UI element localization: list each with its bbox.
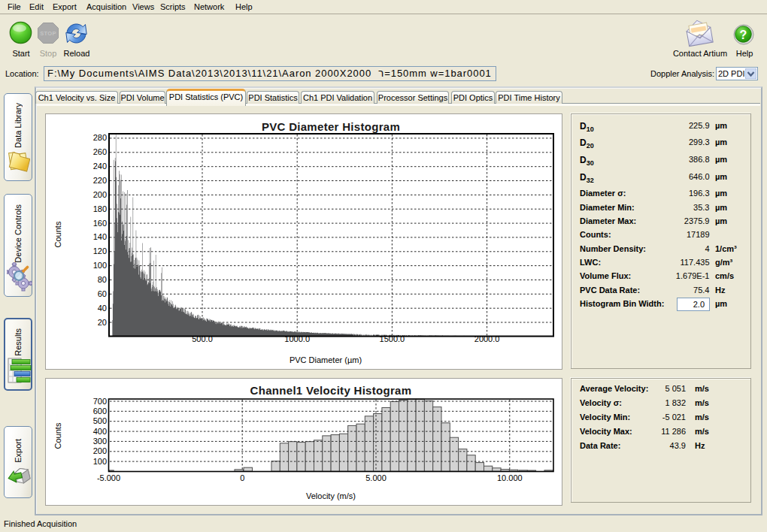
svg-text:Channel1 Velocity Histogram: Channel1 Velocity Histogram (250, 384, 412, 397)
svg-text:20: 20 (98, 318, 107, 327)
svg-text:-5.000: -5.000 (97, 473, 120, 482)
svg-text:60: 60 (98, 289, 107, 298)
svg-text:2000.0: 2000.0 (474, 334, 500, 343)
svg-text:500.0: 500.0 (192, 334, 213, 343)
svg-text:PVC Diameter Histogram: PVC Diameter Histogram (262, 120, 400, 133)
svg-text:200: 200 (93, 446, 107, 455)
svg-text:180: 180 (93, 204, 107, 213)
svg-text:100: 100 (93, 261, 107, 270)
svg-text:280: 280 (93, 133, 107, 142)
svg-text:700: 700 (93, 397, 107, 406)
svg-text:160: 160 (93, 219, 107, 228)
svg-text:400: 400 (93, 427, 107, 436)
svg-text:Counts: Counts (53, 422, 62, 449)
svg-text:Velocity (m/s): Velocity (m/s) (306, 491, 356, 500)
svg-text:0: 0 (240, 473, 244, 482)
svg-text:300: 300 (93, 437, 107, 446)
svg-text:5.000: 5.000 (365, 473, 387, 482)
svg-text:600: 600 (93, 407, 107, 416)
svg-text:1500.0: 1500.0 (380, 334, 405, 343)
svg-text:240: 240 (93, 162, 107, 171)
svg-text:Counts: Counts (53, 221, 62, 247)
svg-text:260: 260 (93, 147, 107, 156)
svg-text:220: 220 (93, 176, 107, 185)
svg-text:80: 80 (98, 275, 107, 284)
svg-text:120: 120 (93, 246, 107, 255)
svg-text:PVC Diameter (µm): PVC Diameter (µm) (290, 355, 362, 364)
svg-text:500: 500 (93, 416, 107, 425)
svg-text:40: 40 (98, 304, 107, 313)
svg-text:140: 140 (93, 232, 107, 241)
svg-text:100: 100 (93, 457, 107, 466)
svg-text:200: 200 (93, 190, 107, 199)
svg-text:1000.0: 1000.0 (284, 334, 310, 343)
svg-text:10.000: 10.000 (497, 473, 523, 482)
